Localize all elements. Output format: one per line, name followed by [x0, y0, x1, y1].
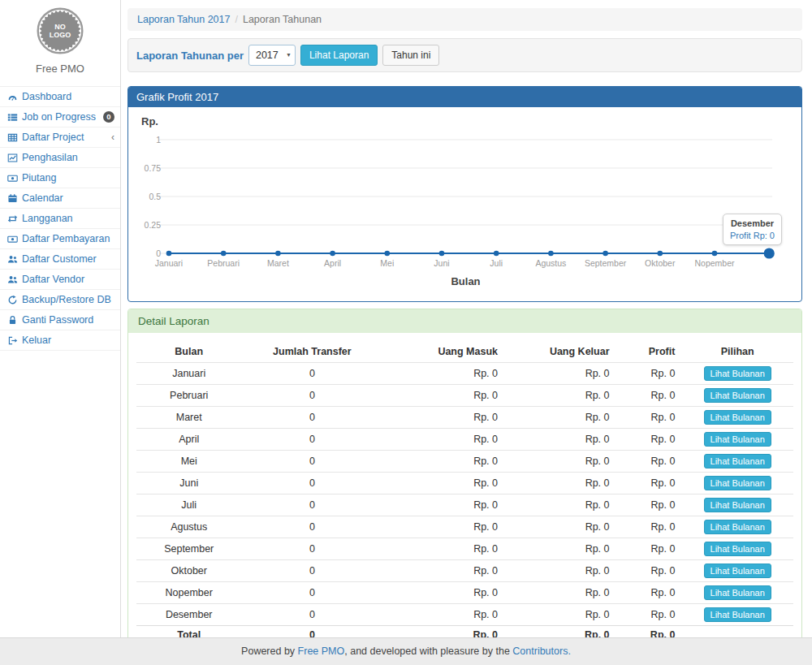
table-row-juli: Juli0Rp. 0Rp. 0Rp. 0Lihat Bulanan: [136, 494, 793, 516]
data-point-oktober[interactable]: [658, 251, 663, 257]
data-point-agustus[interactable]: [548, 251, 554, 257]
sidebar-item-daftar-vendor[interactable]: Daftar Vendor: [0, 270, 120, 290]
lihat-bulanan-button-pebruari[interactable]: Lihat Bulanan: [704, 388, 771, 403]
lihat-bulanan-button-januari[interactable]: Lihat Bulanan: [704, 366, 771, 381]
lihat-bulanan-button-mei[interactable]: Lihat Bulanan: [704, 454, 771, 469]
cell-profit: Rp. 0: [616, 473, 682, 494]
sidebar-item-daftar-pembayaran[interactable]: Daftar Pembayaran: [0, 229, 120, 249]
svg-text:NO: NO: [54, 23, 66, 31]
lihat-bulanan-button-oktober[interactable]: Lihat Bulanan: [704, 564, 771, 578]
table-row-desember: Desember0Rp. 0Rp. 0Rp. 0Lihat Bulanan: [136, 604, 793, 626]
cell-keluar: Rp. 0: [504, 494, 616, 516]
footer-text-prefix: Powered by: [241, 646, 297, 657]
lihat-bulanan-button-agustus[interactable]: Lihat Bulanan: [704, 520, 771, 534]
sidebar-item-penghasilan[interactable]: Penghasilan: [0, 148, 120, 168]
cell-bulan: Oktober: [136, 560, 241, 582]
breadcrumb-current: Laporan Tahunan: [243, 14, 322, 25]
cell-profit: Rp. 0: [616, 582, 682, 604]
lihat-bulanan-button-juli[interactable]: Lihat Bulanan: [704, 498, 771, 512]
profit-chart-panel: Grafik Profit 2017 Rp.10.750.50.250Janua…: [127, 86, 802, 302]
sidebar-item-label: Daftar Customer: [22, 253, 114, 265]
cell-profit: Rp. 0: [616, 429, 682, 451]
chevron-left-icon: ‹: [111, 132, 114, 143]
svg-text:Juni: Juni: [434, 258, 449, 268]
data-point-desember[interactable]: [764, 248, 775, 258]
cell-masuk: Rp. 0: [382, 429, 504, 451]
cell-bulan: Januari: [136, 363, 241, 385]
report-table: Bulan Jumlah Transfer Uang Masuk Uang Ke…: [136, 341, 793, 637]
footer-link-free-pmo[interactable]: Free PMO: [298, 646, 345, 657]
sidebar-item-calendar[interactable]: Calendar: [0, 188, 120, 209]
detail-report-panel: Detail Laporan Bulan Jumlah Transfer Uan…: [127, 309, 802, 637]
users-icon: [6, 274, 19, 285]
data-point-april[interactable]: [330, 251, 335, 257]
table-row-maret: Maret0Rp. 0Rp. 0Rp. 0Lihat Bulanan: [136, 407, 793, 429]
sidebar-item-keluar[interactable]: Keluar: [0, 330, 120, 351]
sidebar-item-label: Daftar Pembayaran: [22, 233, 114, 244]
sidebar-item-daftar-project[interactable]: Daftar Project‹: [0, 127, 120, 148]
cell-keluar: Rp. 0: [504, 538, 616, 560]
svg-text:Oktober: Oktober: [645, 258, 676, 268]
table-row-agustus: Agustus0Rp. 0Rp. 0Rp. 0Lihat Bulanan: [136, 516, 793, 538]
col-header-pilihan: Pilihan: [681, 341, 793, 363]
cell-masuk: Rp. 0: [382, 560, 504, 582]
lihat-bulanan-button-juni[interactable]: Lihat Bulanan: [704, 476, 771, 490]
lihat-bulanan-button-desember[interactable]: Lihat Bulanan: [704, 607, 771, 622]
cell-pilihan: Lihat Bulanan: [681, 363, 793, 385]
brand-name: Free PMO: [0, 63, 120, 75]
sidebar-item-piutang[interactable]: Piutang: [0, 168, 120, 188]
svg-text:0: 0: [156, 248, 161, 258]
cell-profit: Rp. 0: [616, 451, 682, 473]
app-window: NOLOGO Free PMO DashboardJob on Progress…: [0, 0, 812, 637]
col-header-masuk: Uang Masuk: [382, 341, 504, 363]
data-point-juni[interactable]: [439, 251, 445, 257]
cell-masuk: Rp. 0: [382, 538, 504, 560]
footer-link-contributors[interactable]: Contributors.: [512, 646, 571, 657]
sidebar-item-daftar-customer[interactable]: Daftar Customer: [0, 249, 120, 270]
cell-profit: Rp. 0: [616, 560, 682, 582]
sidebar-item-ganti-password[interactable]: Ganti Password: [0, 310, 120, 330]
lihat-bulanan-button-nopember[interactable]: Lihat Bulanan: [704, 585, 771, 600]
cell-jumlah: 0: [241, 516, 382, 538]
lihat-bulanan-button-september[interactable]: Lihat Bulanan: [704, 542, 771, 556]
svg-text:Maret: Maret: [267, 258, 289, 268]
sidebar-item-langganan[interactable]: Langganan: [0, 209, 120, 229]
profit-line-chart: Rp.10.750.50.250JanuariPebruariMaretApri…: [128, 107, 801, 300]
data-point-januari[interactable]: [166, 251, 172, 257]
sidebar-item-label: Ganti Password: [22, 314, 114, 326]
svg-text:September: September: [585, 258, 627, 268]
cell-bulan: Agustus: [136, 516, 241, 538]
cell-bulan: September: [136, 538, 241, 560]
cell-profit: Rp. 0: [616, 516, 682, 538]
cell-jumlah: 0: [241, 560, 382, 582]
breadcrumb-link-laporan-tahun[interactable]: Laporan Tahun 2017: [137, 14, 230, 25]
data-point-maret[interactable]: [275, 251, 281, 257]
cell-jumlah: 0: [241, 604, 382, 626]
data-point-mei[interactable]: [385, 251, 391, 257]
lihat-bulanan-button-april[interactable]: Lihat Bulanan: [704, 432, 771, 447]
sign-out-icon: [6, 335, 19, 346]
col-header-keluar: Uang Keluar: [504, 341, 616, 363]
cell-keluar: Rp. 0: [504, 451, 616, 473]
table-row-juni: Juni0Rp. 0Rp. 0Rp. 0Lihat Bulanan: [136, 473, 793, 494]
table-body: Januari0Rp. 0Rp. 0Rp. 0Lihat BulananPebr…: [136, 363, 793, 626]
data-point-juli[interactable]: [494, 251, 499, 257]
data-point-september[interactable]: [603, 251, 608, 257]
breadcrumb-separator: /: [235, 14, 237, 25]
data-point-nopember[interactable]: [712, 251, 718, 257]
sidebar: NOLOGO Free PMO DashboardJob on Progress…: [0, 0, 121, 637]
data-point-pebruari[interactable]: [221, 251, 227, 257]
table-row-april: April0Rp. 0Rp. 0Rp. 0Lihat Bulanan: [136, 429, 793, 451]
footer-text-middle: , and developed with pleasure by the: [344, 646, 512, 657]
cell-pilihan: Lihat Bulanan: [681, 582, 793, 604]
tahun-ini-button[interactable]: Tahun ini: [382, 45, 439, 66]
lihat-laporan-button[interactable]: Lihat Laporan: [300, 45, 378, 66]
year-select[interactable]: 2017: [248, 45, 296, 66]
sidebar-item-label: Job on Progress: [22, 111, 103, 123]
sidebar-item-job-on-progress[interactable]: Job on Progress0: [0, 107, 120, 127]
sidebar-item-dashboard[interactable]: Dashboard: [0, 87, 120, 107]
lihat-bulanan-button-maret[interactable]: Lihat Bulanan: [704, 410, 771, 425]
cell-keluar: Rp. 0: [504, 407, 616, 429]
sidebar-item-backup-restore-db[interactable]: Backup/Restore DB: [0, 290, 120, 310]
cell-jumlah: 0: [241, 385, 382, 407]
